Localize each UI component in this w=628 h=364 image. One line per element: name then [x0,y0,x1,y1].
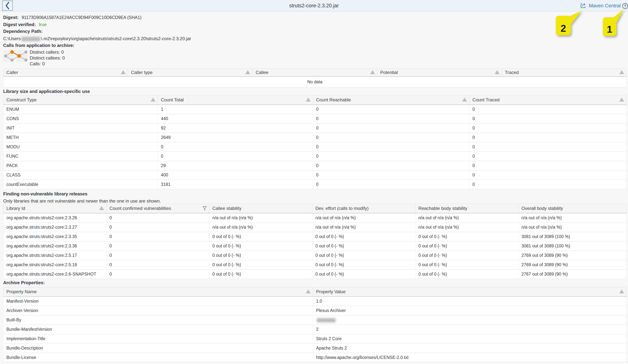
table-cell: 0 out of 0 (- %) [415,232,518,242]
table-row: Bundle-ManifestVersion2 [3,325,627,334]
column-header-count-confirmed-vulnerabilities[interactable]: Count confirmed vulnerabilities [106,204,209,213]
column-header-caller[interactable]: Caller [3,69,128,77]
column-label: Caller [6,70,18,75]
table-cell: 0 out of 0 (- %) [415,251,518,260]
table-row: org.apache.struts:struts2-core:2.3.3500 … [3,232,627,242]
table-cell: org.apache.struts:struts2-core:2.5.17 [3,251,106,260]
table-header: Construct TypeCount TotalCount Reachable… [3,95,627,105]
sort-icon[interactable] [370,71,375,74]
column-header-dev-effort-calls-to-modify[interactable]: Dev. effort (calls to modify) [312,204,415,213]
table-cell: Bundle-ManifestVersion [3,325,313,334]
table-cell: CONS [3,114,158,123]
column-header-callee-stability[interactable]: Callee stability [209,204,312,213]
table-cell: 0 [470,171,627,180]
column-label: Dev. effort (calls to modify) [315,206,369,211]
table-cell: 0 [106,242,209,251]
column-header-potential[interactable]: Potential [377,69,502,77]
table-cell: Bundle-Description [3,344,313,353]
table-row: org.apache.struts:struts2-core:2.3.3600 … [3,242,627,251]
table-cell: 0 [470,142,627,152]
column-header-count-total[interactable]: Count Total [158,95,313,105]
column-header-count-reachable[interactable]: Count Reachable [313,95,470,105]
column-label: Count Total [161,97,184,102]
table-row: org.apache.struts:struts2-core:2.3.270n/… [3,223,627,232]
table-cell: n/a out of n/a (n/a %) [415,213,518,223]
table-cell: org.apache.struts:struts2-core:2.3.27 [3,223,106,232]
header-row: Library IdCount confirmed vulnerabilitie… [3,204,627,213]
table-cell: 29 [158,161,313,171]
table-row: Implementation-TitleStruts 2 Core [3,334,627,344]
distinct-callers: Distinct callers: 0 [30,50,64,55]
table-body: ENUM100CONS44000INIT9200METH264900MODU00… [3,105,627,189]
sort-icon[interactable] [121,71,126,74]
table-cell: 0 out of 0 (- %) [415,270,518,279]
sort-icon[interactable] [619,98,624,102]
column-header-property-value[interactable]: Property Value [313,287,627,297]
column-header-overall-body-stability[interactable]: Overall body stability [518,204,626,213]
distinct-callees: Distinct callees: 0 [30,56,65,61]
table-row: org.apache.struts:struts2-core:2.5.1700 … [3,251,627,260]
table-cell: 0 [106,232,209,242]
application-window: struts2-core-2.3.20.jar Maven Central ? … [0,0,628,364]
table-cell: 0 [313,142,470,152]
column-header-library-id[interactable]: Library Id [3,204,106,213]
archive-properties-table: Property NameProperty Value Manifest-Ver… [3,287,627,363]
column-header-construct-type[interactable]: Construct Type [3,95,158,105]
table-cell: 3181 [158,180,313,189]
svg-text:1: 1 [607,24,612,35]
table-cell: 92 [158,123,313,133]
sort-icon[interactable] [495,71,499,74]
header-row: Construct TypeCount TotalCount Reachable… [3,95,627,105]
column-header-caller-type[interactable]: Caller type [128,69,252,77]
sort-icon[interactable] [619,290,624,294]
table-cell: Bundle-License [3,353,313,362]
column-header-traced[interactable]: Traced [502,69,626,77]
table-cell: n/a out of n/a (n/a %) [518,213,626,223]
table-cell: n/a out of n/a (n/a %) [518,223,626,232]
sort-icon[interactable] [306,98,311,102]
sort-icon[interactable] [245,71,250,74]
table-cell: 0 [158,142,313,152]
digest-verified-label: Digest verified: [3,22,36,27]
table-cell: 0 [470,161,627,171]
table-cell: METH [3,133,158,142]
sort-icon[interactable] [151,98,156,102]
table-row: FUNC000 [3,152,627,161]
column-header-reachable-body-stability[interactable]: Reachable body stability [415,204,518,213]
table-cell: 0 [313,152,470,161]
table-cell: 0 [313,133,470,142]
table-cell: Built-By [3,315,313,325]
table-cell: 2767 out of 3089 (90 %) [518,270,626,279]
table-cell: 0 out of 0 (- %) [209,251,312,260]
table-cell: org.apache.struts:struts2-core:2.3.26 [3,213,106,223]
table-row: MODU000 [3,142,627,152]
table-row: CONS44000 [3,114,627,123]
sort-icon[interactable] [99,206,104,210]
dependency-path-label-line: Dependency Path: [3,29,44,34]
redacted-username [21,37,40,41]
digest-label: Digest: [3,15,18,20]
column-header-count-traced[interactable]: Count Traced [470,95,627,105]
table-cell: Plexus Archiver [313,306,627,315]
sort-icon[interactable] [462,98,467,102]
filter-icon[interactable] [202,206,207,211]
column-label: Overall body stability [521,206,563,211]
column-header-property-name[interactable]: Property Name [3,287,313,297]
svg-text:2: 2 [561,23,566,34]
table-cell: n/a out of n/a (n/a %) [312,223,415,232]
library-size-heading: Library size and application-specific us… [3,89,90,94]
table-cell: 2 [313,325,627,334]
no-data-cell: No data [3,77,627,87]
dependency-path-prefix: C:\Users [3,36,21,41]
sort-icon[interactable] [306,290,311,294]
table-cell: 0 out of 0 (- %) [312,251,415,260]
column-label: Potential [380,70,398,75]
digest-line: Digest: 91173D906A1587A1E24ACC9D94F009C1… [3,15,142,20]
table-cell: 2649 [158,133,313,142]
table-cell: 1.0 [313,297,627,306]
table-cell: org.apache.struts:struts2-core:2.6-SNAPS… [3,270,106,279]
sort-icon[interactable] [619,71,624,74]
table-cell: 0 out of 0 (- %) [209,260,312,270]
table-cell: MODU [3,142,158,152]
column-header-callee[interactable]: Callee [252,69,377,77]
